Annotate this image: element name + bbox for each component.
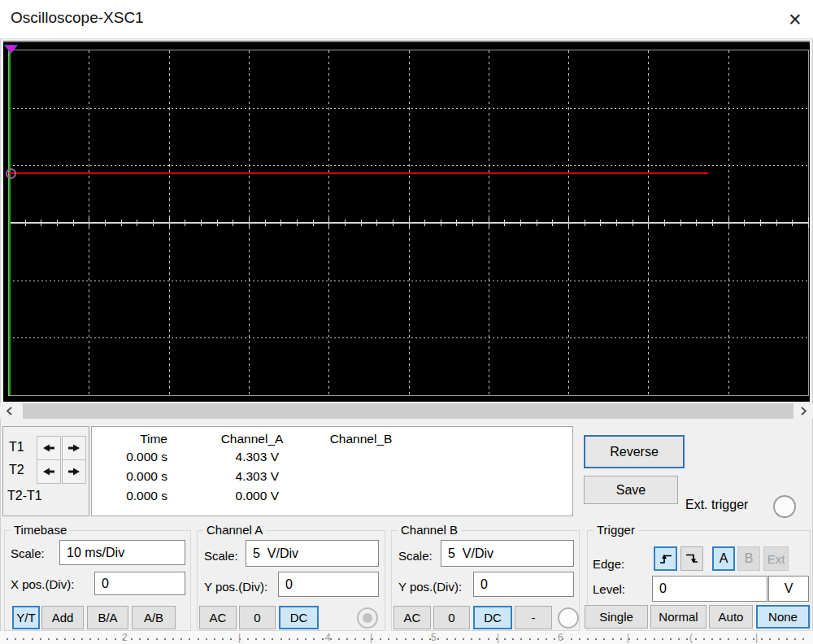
ruler-mark: ( [689, 632, 693, 643]
scroll-right-icon[interactable] [796, 403, 811, 419]
trigger-mode-none-button[interactable]: None [756, 605, 810, 629]
channel-a-terminal [357, 607, 378, 629]
ruler-dot [595, 638, 597, 640]
channel-a-ypos-label: Y pos.(Div): [204, 580, 267, 594]
ruler-dot [272, 638, 273, 640]
channel-a-scale-label: Scale: [204, 549, 238, 563]
channel-b-minus-button[interactable]: - [515, 606, 552, 629]
ruler-dot [305, 638, 307, 640]
t1-label: T1 [9, 440, 24, 455]
ext-trigger-label: Ext. trigger [685, 498, 748, 512]
ruler-dot [520, 638, 522, 640]
ruler-dot [686, 638, 688, 640]
timebase-xpos-input[interactable] [94, 572, 185, 595]
ruler-dot [620, 638, 622, 640]
ruler-dot [745, 638, 746, 640]
ruler-mark: | [497, 632, 499, 643]
save-button[interactable]: Save [584, 476, 678, 504]
ruler-dot [579, 638, 580, 640]
cursor-panel: T1 T2 T2-T1 [2, 426, 89, 516]
cursor-1-handle-icon[interactable] [4, 42, 18, 57]
ruler-dot [571, 638, 572, 640]
channel-a-zero-button[interactable]: 0 [239, 606, 276, 629]
grid-vline [568, 50, 569, 395]
ruler-dot [7, 638, 8, 640]
grid-vline [489, 50, 489, 395]
ruler-dot [794, 638, 796, 640]
timebase-mode-ba-button[interactable]: B/A [87, 606, 128, 629]
ruler-dot [189, 638, 190, 640]
ruler-dot [753, 638, 754, 640]
timebase-mode-yt-button[interactable]: Y/T [12, 606, 40, 629]
ruler-dot [263, 638, 265, 640]
ruler-dot [81, 638, 83, 640]
ruler-dot [654, 638, 655, 640]
channel-a-scale-input[interactable] [246, 540, 379, 567]
ruler-dot [313, 638, 315, 640]
trigger-mode-normal-button[interactable]: Normal [650, 605, 706, 629]
ruler-dot [413, 638, 415, 640]
trigger-level-unit-select[interactable]: V [768, 576, 809, 602]
trigger-title: Trigger [593, 523, 638, 537]
ruler-dot [247, 638, 249, 640]
t2-right-button[interactable] [62, 459, 86, 484]
reverse-button[interactable]: Reverse [584, 435, 685, 468]
grid-vline [648, 50, 649, 395]
ruler-dot [471, 638, 472, 640]
trigger-mode-single-button[interactable]: Single [585, 605, 648, 629]
scroll-left-icon[interactable] [2, 403, 17, 419]
ruler-dot [346, 638, 348, 640]
ruler-dot [537, 638, 539, 640]
trigger-source-a-button[interactable]: A [712, 546, 735, 571]
channel-b-scale-input[interactable] [441, 540, 574, 567]
channel-a-ypos-input[interactable] [278, 572, 379, 597]
trigger-group: Trigger Edge: A B Ext Level: V Single No… [587, 530, 811, 631]
t2-label: T2 [9, 463, 24, 477]
t2-left-button[interactable] [37, 459, 61, 484]
ruler-dot [645, 638, 646, 640]
trigger-source-ext-button[interactable]: Ext [763, 546, 789, 571]
ruler-dot [737, 638, 738, 640]
col-header-channel-b: Channel_B [324, 432, 398, 446]
channel-b-zero-button[interactable]: 0 [433, 606, 470, 629]
rising-edge-icon[interactable] [654, 546, 677, 571]
channel-b-ac-button[interactable]: AC [393, 606, 431, 629]
ruler-dot [115, 638, 116, 640]
t1-time-value: 0.000 s [97, 450, 167, 464]
ruler-dot [156, 638, 158, 640]
scope-graticule [8, 50, 809, 396]
t2-channel-a-value: 4.303 V [189, 469, 279, 484]
timebase-mode-ab-button[interactable]: A/B [132, 606, 176, 629]
readout-table: Time Channel_A Channel_B 0.000 s 4.303 V… [91, 426, 573, 516]
ruler-dot [214, 638, 215, 640]
trigger-mode-auto-button[interactable]: Auto [709, 605, 753, 629]
timebase-scale-label: Scale: [11, 546, 45, 560]
channel-b-dc-button[interactable]: DC [473, 606, 512, 629]
trigger-level-input[interactable] [652, 576, 767, 602]
ruler-dot [703, 638, 705, 640]
ruler-dot [180, 638, 182, 640]
ruler-dot [421, 638, 423, 640]
t1-right-button[interactable] [62, 436, 86, 460]
ruler-dot [172, 638, 174, 640]
close-icon[interactable]: × [780, 5, 810, 34]
scrollbar-thumb[interactable] [23, 403, 793, 419]
timebase-title: Timebase [11, 523, 70, 537]
ruler-dot [786, 638, 788, 640]
ruler-dot [637, 638, 638, 640]
ruler-dot [164, 638, 166, 640]
ruler-mark: | [238, 632, 241, 643]
channel-b-ypos-input[interactable] [473, 572, 574, 597]
t2-time-value: 0.000 s [97, 469, 167, 484]
timebase-scale-input[interactable] [59, 540, 185, 565]
falling-edge-icon[interactable] [680, 546, 703, 571]
channel-a-ac-button[interactable]: AC [199, 606, 237, 629]
t2-t1-channel-a-value: 0.000 V [189, 489, 279, 503]
trigger-source-b-button[interactable]: B [737, 546, 760, 571]
t1-left-button[interactable] [37, 436, 61, 460]
ruler-dot [504, 638, 506, 640]
ruler-dot [612, 638, 614, 640]
timebase-mode-add-button[interactable]: Add [41, 606, 84, 629]
ruler-dot [546, 638, 547, 640]
channel-a-dc-button[interactable]: DC [279, 606, 319, 629]
